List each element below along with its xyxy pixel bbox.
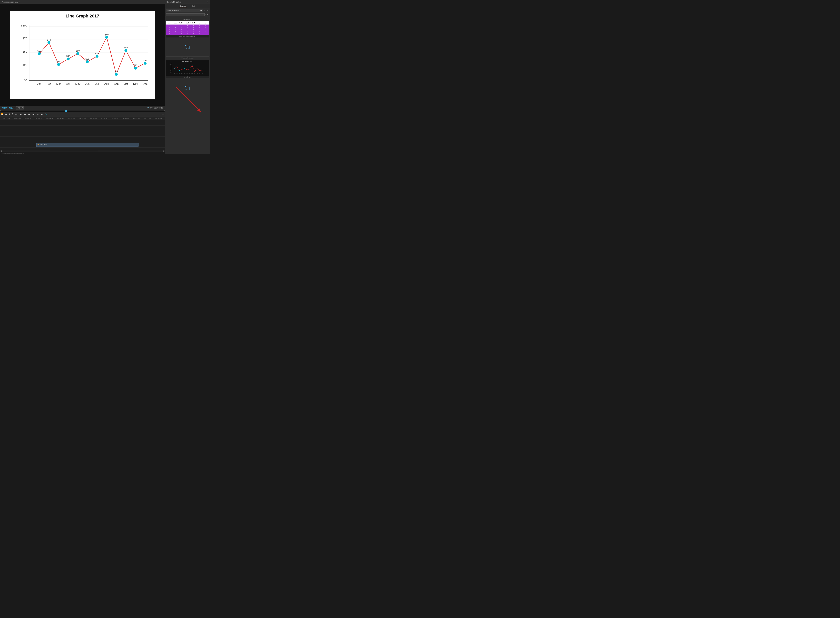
svg-text:Jun: Jun <box>85 82 90 85</box>
timecode-left: 00;00;08;27 <box>1 107 15 109</box>
svg-text:$25: $25 <box>170 70 171 71</box>
loop-btn[interactable]: 🔁 <box>0 113 3 116</box>
svg-point-55 <box>177 67 177 67</box>
svg-text:Sep: Sep <box>114 82 119 85</box>
folder-thumbnail-2[interactable]: 🗂 <box>166 80 209 95</box>
zoom-bar <box>2 151 163 151</box>
svg-text:Sep: Sep <box>194 73 195 74</box>
svg-point-58 <box>184 68 185 69</box>
lift-btn[interactable]: ▤ <box>36 113 39 116</box>
chart-container: Line Graph 2017 $100 $75 $50 $25 $0 <box>10 10 155 99</box>
svg-text:$23: $23 <box>134 64 138 67</box>
folder-icon-2: 🗂 <box>184 84 191 92</box>
svg-text:Mar: Mar <box>179 73 180 74</box>
section-label-graphic-overlays: Graphic Overlays <box>166 57 209 59</box>
extract-btn[interactable]: ▣ <box>40 113 43 116</box>
panel-menu-icon[interactable]: ≡ <box>207 1 208 3</box>
mark-out-btn[interactable]: } <box>12 113 14 116</box>
svg-text:Dec: Dec <box>202 73 203 74</box>
svg-text:$45: $45 <box>95 52 99 55</box>
panel-dropdown-row: Essential Graphics ↻ ⚙ <box>165 8 210 13</box>
mark-in-btn[interactable]: { <box>9 113 10 116</box>
zoom-icon: 🔍 <box>147 107 150 109</box>
playhead-line <box>66 120 66 150</box>
timeline-scrubber[interactable] <box>0 110 165 111</box>
program-monitor-bar: Program: ocean-arial ≡ <box>0 0 165 4</box>
svg-text:$0: $0 <box>24 79 27 82</box>
ruler-mark: 00;03;00 <box>12 118 22 119</box>
go-to-in-btn[interactable]: ⏮ <box>15 113 18 116</box>
settings-icon[interactable]: ⚙ <box>206 9 209 12</box>
svg-text:$25: $25 <box>23 64 27 67</box>
camera-btn[interactable]: 📷 <box>45 113 48 116</box>
svg-text:$50: $50 <box>37 50 41 52</box>
svg-point-54 <box>174 68 175 69</box>
panel-content: Digital-Juice N O V E M B E R SUN MON TU… <box>165 17 210 154</box>
chart-area: $100 $75 $50 $25 $0 <box>13 20 152 96</box>
marker-btn[interactable]: ◆ <box>5 113 7 116</box>
step-back-btn[interactable]: ◀ <box>19 113 22 116</box>
ruler-mark: 00;10;00 <box>88 118 99 119</box>
zoom-right-handle[interactable] <box>163 150 164 152</box>
tab-edit[interactable]: Edit <box>191 4 196 8</box>
svg-text:$0: $0 <box>171 72 171 73</box>
play-btn[interactable]: ▶ <box>23 113 27 116</box>
ruler-mark: 00;02;00 <box>1 118 12 119</box>
fit-selector[interactable]: Fit <box>16 106 24 110</box>
timecode-right: 00;00;04;16 <box>150 107 163 109</box>
svg-text:Apr: Apr <box>66 82 70 85</box>
calendar-thumbnail[interactable]: N O V E M B E R SUN MON TUE WED THU FRI … <box>166 21 209 37</box>
ruler-mark: 00;16;00 <box>153 118 164 119</box>
svg-text:Feb: Feb <box>47 82 51 85</box>
section-label-digital-juice: Digital-Juice <box>166 18 209 20</box>
svg-point-19 <box>77 52 79 55</box>
svg-text:Mar: Mar <box>56 82 61 85</box>
svg-text:Aug: Aug <box>191 73 193 74</box>
svg-text:Jul: Jul <box>189 73 190 74</box>
svg-text:Nov: Nov <box>133 82 138 85</box>
zoom-area[interactable] <box>0 150 165 152</box>
close-search-icon[interactable]: ✕ <box>206 13 209 16</box>
svg-point-33 <box>144 62 147 65</box>
status-text: www.rampageanimationscollege.com <box>1 152 24 154</box>
add-track-btn[interactable]: + <box>161 112 165 116</box>
panel-search-row: + ✕ <box>165 13 210 17</box>
folder-thumbnail-1[interactable]: 🗂 <box>166 39 209 55</box>
track-row-empty-3 <box>0 131 165 137</box>
line-graph-svg: $100 $75 $50 $25 $0 <box>13 20 152 96</box>
line-graph-thumb-svg: $100 $75 $50 $25 $0 <box>167 62 208 74</box>
calendar-body: 1 2 3 4 5 6 7 8 9 10 11 12 13 14 <box>166 25 209 35</box>
svg-text:$50: $50 <box>76 50 80 52</box>
svg-text:$75: $75 <box>170 67 171 67</box>
svg-point-11 <box>38 52 41 55</box>
tab-browse[interactable]: Browse <box>179 4 187 8</box>
program-menu-icon[interactable]: ≡ <box>19 1 20 3</box>
go-to-out-btn[interactable]: ⏭ <box>32 113 35 116</box>
line-graph-thumbnail[interactable]: Line Graph 2017 $100 $75 $50 $25 $0 <box>166 60 209 78</box>
svg-text:Jul: Jul <box>95 82 99 85</box>
track-row-clip: ▣ Line Graph <box>0 142 165 147</box>
ruler-mark: 00;15;00 <box>142 118 153 119</box>
svg-point-62 <box>194 71 195 72</box>
svg-text:May: May <box>75 82 80 85</box>
zoom-handle <box>50 151 98 151</box>
clip-label: Line Graph <box>40 144 47 146</box>
calendar-label: FluiVFX-Flexible-Calendar <box>166 35 209 37</box>
essential-graphics-panel: Essential Graphics ≡ Browse Edit Essenti… <box>165 0 210 154</box>
svg-text:$35: $35 <box>86 58 89 60</box>
svg-text:Jan: Jan <box>174 73 175 74</box>
timeline-tracks: ▣ Line Graph <box>0 120 165 150</box>
step-fwd-btn[interactable]: ▶ <box>28 113 31 116</box>
scrubber-left-handle <box>0 110 1 111</box>
track-row-empty-1 <box>0 120 165 126</box>
svg-point-56 <box>179 70 180 71</box>
svg-text:Jan: Jan <box>37 82 42 85</box>
main-left-panel: Program: ocean-arial ≡ Line Graph 2017 $… <box>0 0 165 154</box>
svg-text:May: May <box>184 73 185 74</box>
library-dropdown[interactable]: Essential Graphics <box>166 9 203 12</box>
scrubber-right-handle <box>163 110 165 111</box>
refresh-icon[interactable]: ↻ <box>203 9 206 12</box>
search-input[interactable] <box>166 13 205 16</box>
search-add-icon[interactable]: + <box>205 13 206 16</box>
track-clip[interactable]: ▣ Line Graph <box>36 143 138 147</box>
